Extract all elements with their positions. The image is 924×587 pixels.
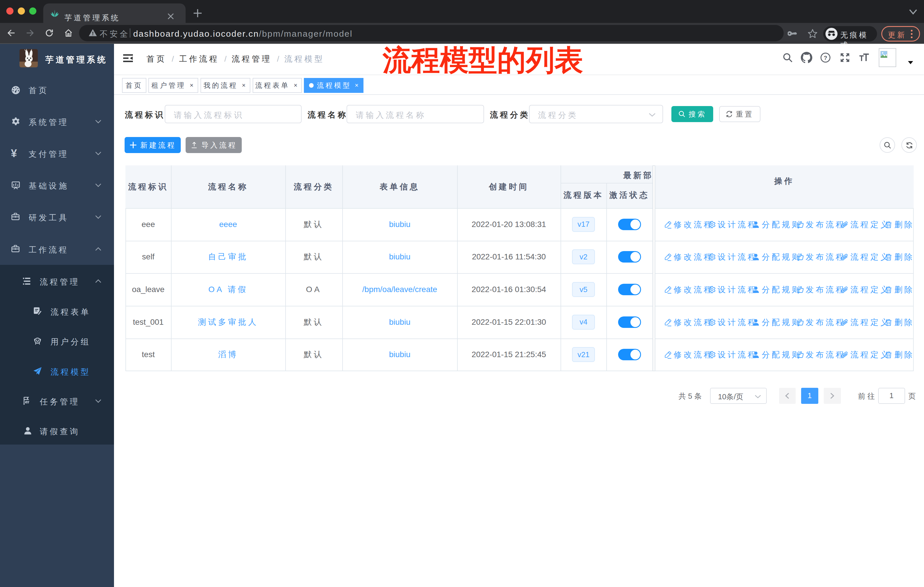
svg-text:?: ? <box>824 55 827 61</box>
